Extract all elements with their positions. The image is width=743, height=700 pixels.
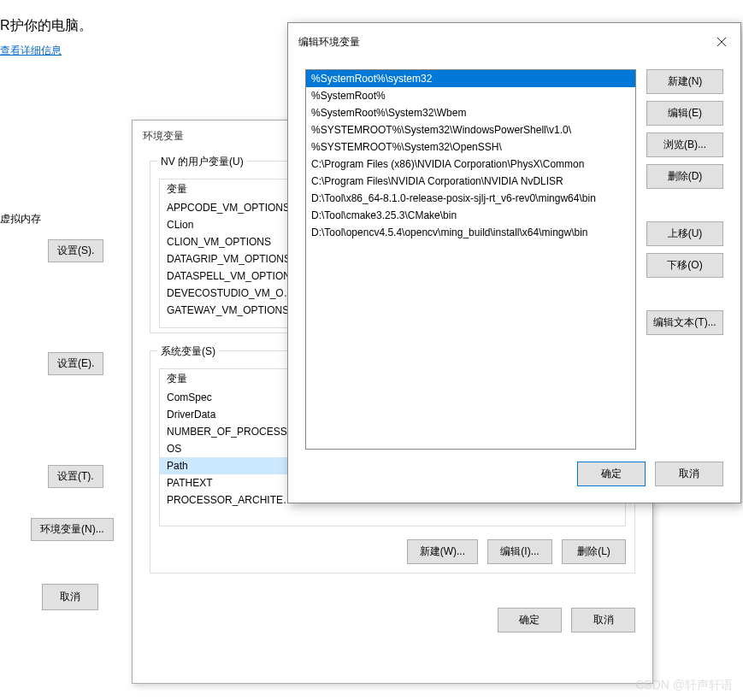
settings-t-button[interactable]: 设置(T). [48, 465, 103, 488]
list-item[interactable]: D:\Tool\cmake3.25.3\CMake\bin [306, 207, 635, 224]
col-header-var2: 变量 [160, 369, 305, 389]
move-down-button[interactable]: 下移(O) [646, 253, 723, 278]
delete-l-button[interactable]: 删除(L) [562, 539, 626, 564]
settings-s-button[interactable]: 设置(S). [48, 239, 103, 262]
sys-vars-label: 系统变量(S) [157, 344, 219, 359]
list-item[interactable]: %SYSTEMROOT%\System32\OpenSSH\ [306, 138, 635, 156]
list-item[interactable]: D:\Tool\x86_64-8.1.0-release-posix-sjlj-… [306, 190, 635, 207]
user-vars-label: NV 的用户变量(U) [157, 155, 247, 169]
new-button[interactable]: 新建(N) [646, 69, 723, 94]
col-header-var: 变量 [160, 179, 305, 199]
env-vars-button[interactable]: 环境变量(N)... [31, 518, 114, 541]
watermark: CSDN @轩声轩语 [635, 678, 733, 693]
list-item[interactable]: D:\Tool\opencv4.5.4\opencv\ming_build\in… [306, 224, 635, 241]
list-item[interactable]: C:\Program Files (x86)\NVIDIA Corporatio… [306, 156, 635, 173]
edit-dialog-title: 编辑环境变量 [298, 35, 360, 50]
details-link[interactable]: 查看详细信息 [0, 44, 62, 58]
edit-button[interactable]: 编辑(E) [646, 101, 723, 126]
new-w-button[interactable]: 新建(W)... [407, 539, 478, 564]
edit-env-dialog: 编辑环境变量 %SystemRoot%\system32%SystemRoot%… [287, 22, 741, 503]
move-up-button[interactable]: 上移(U) [646, 221, 723, 246]
path-entries-list[interactable]: %SystemRoot%\system32%SystemRoot%%System… [305, 69, 636, 450]
env-ok-button[interactable]: 确定 [498, 608, 562, 632]
edit-text-button[interactable]: 编辑文本(T)... [646, 310, 723, 335]
delete-button[interactable]: 删除(D) [646, 164, 723, 189]
list-item[interactable]: %SystemRoot%\System32\Wbem [306, 104, 635, 121]
close-icon[interactable] [702, 30, 740, 54]
list-item[interactable]: %SystemRoot%\system32 [306, 70, 635, 87]
edit-titlebar[interactable]: 编辑环境变量 [288, 23, 740, 61]
list-item[interactable]: %SYSTEMROOT%\System32\WindowsPowerShell\… [306, 121, 635, 138]
browse-button[interactable]: 浏览(B)... [646, 132, 723, 157]
list-item[interactable]: %SystemRoot% [306, 87, 635, 104]
settings-e-button[interactable]: 设置(E). [48, 352, 103, 375]
edit-ok-button[interactable]: 确定 [577, 462, 646, 486]
edit-cancel-button[interactable]: 取消 [655, 462, 723, 486]
env-cancel-button[interactable]: 取消 [571, 608, 635, 632]
bg-cancel-button[interactable]: 取消 [42, 584, 98, 610]
edit-i-button[interactable]: 编辑(I)... [487, 539, 551, 564]
list-item[interactable]: C:\Program Files\NVIDIA Corporation\NVID… [306, 173, 635, 190]
